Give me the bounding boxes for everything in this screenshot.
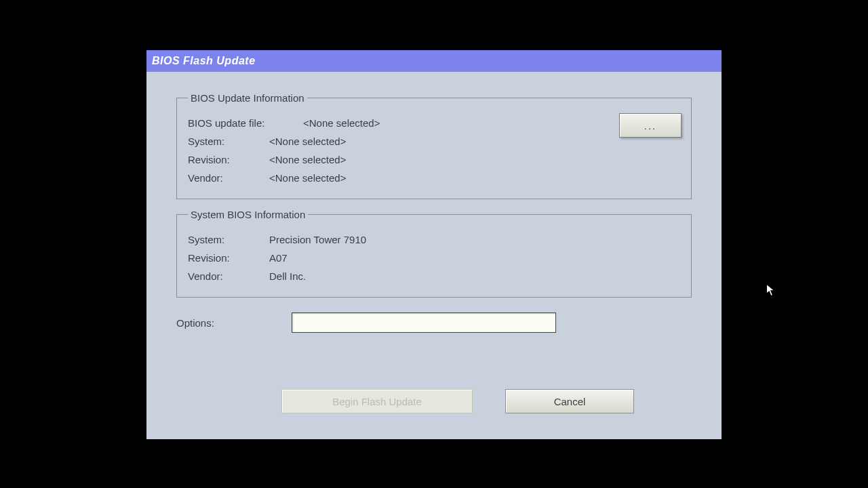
browse-button[interactable]: ...	[619, 113, 682, 138]
button-row: Begin Flash Update Cancel	[146, 389, 722, 413]
begin-flash-update-button: Begin Flash Update	[281, 389, 473, 413]
options-label: Options:	[176, 317, 292, 329]
title-bar: BIOS Flash Update	[146, 50, 722, 72]
bios-flash-update-dialog: BIOS Flash Update BIOS Update Informatio…	[146, 50, 722, 439]
system-revision-value: A07	[269, 252, 288, 264]
system-bios-information-group: System BIOS Information System: Precisio…	[176, 209, 692, 298]
system-system-value: Precision Tower 7910	[269, 234, 366, 245]
bios-update-information-group: BIOS Update Information ... BIOS update …	[176, 92, 692, 199]
mouse-cursor-icon	[766, 283, 778, 298]
update-revision-row: Revision: <None selected>	[188, 154, 680, 165]
update-info-legend: BIOS Update Information	[188, 92, 307, 104]
update-vendor-label: Vendor:	[188, 172, 269, 184]
cancel-button[interactable]: Cancel	[505, 389, 634, 413]
system-vendor-label: Vendor:	[188, 270, 269, 282]
options-row: Options:	[176, 312, 694, 333]
begin-button-label: Begin Flash Update	[332, 396, 422, 407]
update-file-value: <None selected>	[303, 117, 380, 129]
browse-button-label: ...	[644, 120, 657, 131]
update-file-row: BIOS update file: <None selected>	[188, 117, 680, 129]
update-vendor-row: Vendor: <None selected>	[188, 172, 680, 184]
window-title: BIOS Flash Update	[152, 55, 256, 66]
update-revision-value: <None selected>	[269, 154, 346, 165]
system-vendor-value: Dell Inc.	[269, 270, 306, 282]
system-info-legend: System BIOS Information	[188, 209, 308, 220]
system-vendor-row: Vendor: Dell Inc.	[188, 270, 680, 282]
update-system-value: <None selected>	[269, 136, 346, 147]
update-revision-label: Revision:	[188, 154, 269, 165]
system-system-label: System:	[188, 234, 269, 245]
options-input[interactable]	[292, 312, 556, 333]
dialog-body: BIOS Update Information ... BIOS update …	[146, 72, 722, 333]
system-system-row: System: Precision Tower 7910	[188, 234, 680, 245]
update-vendor-value: <None selected>	[269, 172, 346, 184]
system-revision-label: Revision:	[188, 252, 269, 264]
update-system-label: System:	[188, 136, 269, 147]
update-system-row: System: <None selected>	[188, 136, 680, 147]
cancel-button-label: Cancel	[554, 396, 586, 407]
update-file-label: BIOS update file:	[188, 117, 303, 129]
system-revision-row: Revision: A07	[188, 252, 680, 264]
